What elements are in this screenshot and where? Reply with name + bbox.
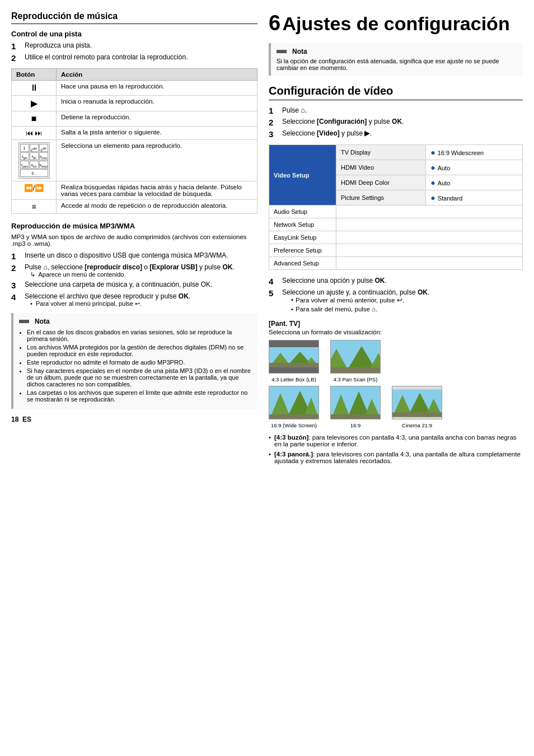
169-label: 16:9: [350, 422, 361, 428]
right-column: 6 Ajustes de configuración Nota Si la op…: [269, 11, 523, 745]
ps-scene: [330, 340, 381, 374]
bullet-ps: • [4:3 panorá.]: para televisores con pa…: [269, 451, 523, 464]
mp3-step-3: 3 Seleccione una carpeta de música y, a …: [11, 281, 257, 290]
table-row: ▶ Inicia o reanuda la reproducción.: [12, 96, 257, 111]
btn-skip: ⏮ ⏭: [12, 127, 57, 140]
video-config-title: Configuración de vídeo: [269, 85, 523, 100]
video-step-1: 1 Pulse ⌂.: [269, 106, 523, 115]
btn-search: ⏪/⏩: [12, 181, 57, 200]
bullet-lb: • [4:3 buzón]: para televisores con pant…: [269, 434, 523, 447]
setting-picture: Picture Settings: [336, 190, 426, 206]
chapter-header: 6 Ajustes de configuración: [269, 11, 523, 35]
video-steps: 1 Pulse ⌂. 2 Seleccione [Configuración] …: [269, 106, 523, 139]
btn-pause: ⏸: [12, 81, 57, 96]
btn-stop: ■: [12, 111, 57, 127]
menu-item-network[interactable]: Network Setup: [269, 218, 336, 231]
table-row: ⏪/⏩ Realiza búsquedas rápidas hacia atrá…: [12, 181, 257, 200]
table-row: ■ Detiene la reproducción.: [12, 111, 257, 127]
note-item: Este reproductor no admite el formato de…: [27, 359, 252, 366]
control-pista-title: Control de una pista: [11, 30, 257, 38]
note-header: Nota: [19, 318, 252, 325]
action-skip: Salta a la pista anterior o siguiente.: [57, 127, 257, 140]
aspect-lb: 4:3 Letter Box (LB): [269, 340, 319, 382]
setting-hdmi-video-val: ●Auto: [426, 160, 523, 175]
chapter-title: Ajustes de configuración: [282, 13, 509, 34]
action-repeat: Accede al modo de repetición o de reprod…: [57, 200, 257, 214]
aspect-ps: 4:3 Pan Scan (PS): [330, 340, 381, 382]
mp3-step-2: 2 Pulse ⌂, seleccione [reproducir disco]…: [11, 263, 257, 278]
table-row: 1 2abc 3def 4ghi 5jkl 6mno 7pqrs 8tuv 9w…: [12, 140, 257, 181]
setting-hdmi-video: HDMI Video: [336, 160, 426, 175]
action-play: Inicia o reanuda la reproducción.: [57, 96, 257, 111]
step-2: 2 Utilice el control remoto para control…: [11, 53, 257, 63]
aspect-169: 16:9: [330, 386, 381, 428]
sub-bullet-home: • Para salir del menú, pulse ⌂.: [282, 306, 429, 312]
note-item: En el caso de los discos grabados en var…: [27, 329, 252, 342]
mp3-intro: MP3 y WMA son tipos de archivo de audio …: [11, 234, 257, 247]
menu-item-preference[interactable]: Preference Setup: [269, 244, 336, 257]
control-table: Botón Acción ⏸ Hace una pausa en la repr…: [11, 68, 257, 214]
cinema-label: Cinema 21:9: [402, 422, 432, 428]
note-icon: [19, 320, 29, 323]
ps-label: 4:3 Pan Scan (PS): [334, 376, 378, 382]
note-label: Nota: [35, 318, 50, 325]
table-row: ≡ Accede al modo de repetición o de repr…: [12, 200, 257, 214]
aspect-images-row2: 16:9 (Wide Screen) 16:9: [269, 386, 523, 428]
sub-bullet-back: • Para volver al menú anterior, pulse ↩.: [282, 296, 429, 304]
menu-row-preference: Preference Setup: [269, 244, 523, 257]
169-scene: [331, 386, 381, 419]
mp3-note-box: Nota En el caso de los discos grabados e…: [11, 313, 257, 409]
right-note-label: Nota: [292, 48, 307, 55]
btn-repeat: ≡: [12, 200, 57, 214]
col-button: Botón: [12, 69, 57, 81]
note-icon: [277, 50, 287, 53]
menu-item-audio[interactable]: Audio Setup: [269, 206, 336, 218]
ws-label: 16:9 (Wide Screen): [271, 422, 317, 428]
menu-item-advanced[interactable]: Advanced Setup: [269, 257, 336, 270]
pant-tv-bullets: • [4:3 buzón]: para televisores con pant…: [269, 434, 523, 464]
mp3-section-title: Reproducción de música MP3/WMA: [11, 222, 257, 230]
menu-row-video: Video Setup TV Display ●16:9 Widescreen: [269, 145, 523, 160]
note-list: En el caso de los discos grabados en var…: [19, 329, 252, 403]
setting-tv-display-val: ●16:9 Widescreen: [426, 145, 523, 160]
right-note-text: Si la opción de configuración está atenu…: [277, 58, 517, 71]
menu-row-audio: Audio Setup: [269, 206, 523, 218]
right-note-header: Nota: [277, 48, 517, 55]
menu-item-easylink[interactable]: EasyLink Setup: [269, 231, 336, 244]
music-section-title: Reproducción de música: [11, 11, 257, 24]
svg-rect-19: [331, 414, 381, 419]
action-pause: Hace una pausa en la reproducción.: [57, 81, 257, 96]
svg-rect-9: [330, 367, 381, 374]
menu-item-video[interactable]: Video Setup: [269, 145, 336, 206]
aspect-cinema: Cinema 21:9: [392, 386, 442, 428]
after-step-4: 4 Seleccione una opción y pulse OK.: [269, 277, 523, 286]
cinema-scene: [392, 386, 442, 419]
svg-rect-24: [392, 412, 442, 417]
note-item: Si hay caracteres especiales en el nombr…: [27, 367, 252, 388]
table-row: ⏸ Hace una pausa en la reproducción.: [12, 81, 257, 96]
menu-row-advanced: Advanced Setup: [269, 257, 523, 270]
setting-tv-display: TV Display: [336, 145, 426, 160]
mp3-step2-sub: ↳ Aparece un menú de contenido.: [25, 271, 235, 278]
menu-row-easylink: EasyLink Setup: [269, 231, 523, 244]
action-search: Realiza búsquedas rápidas hacia atrás y …: [57, 181, 257, 200]
after-steps: 4 Seleccione una opción y pulse OK. 5 Se…: [269, 277, 523, 314]
svg-rect-14: [269, 414, 319, 419]
pant-tv-desc: Selecciona un formato de visualización:: [269, 329, 523, 335]
action-keypad: Selecciona un elemento para reproducirlo…: [57, 140, 257, 181]
mp3-steps: 1 Inserte un disco o dispositivo USB que…: [11, 251, 257, 307]
after-step-5: 5 Seleccione un ajuste y, a continuación…: [269, 288, 523, 314]
step-1: 1 Reproduzca una pista.: [11, 41, 257, 51]
action-stop: Detiene la reproducción.: [57, 111, 257, 127]
lb-scene: [269, 347, 319, 367]
right-note-box: Nota Si la opción de configuración está …: [269, 43, 523, 76]
note-item: Las carpetas o los archivos que superen …: [27, 389, 252, 403]
control-steps: 1 Reproduzca una pista. 2 Utilice el con…: [11, 41, 257, 63]
pant-tv-header: [Pant. TV]: [269, 320, 523, 328]
setting-hdmi-deep-val: ●Auto: [426, 175, 523, 190]
svg-rect-4: [269, 363, 319, 367]
setting-hdmi-deep: HDMI Deep Color: [336, 175, 426, 190]
table-row: ⏮ ⏭ Salta a la pista anterior o siguient…: [12, 127, 257, 140]
mp3-step-1: 1 Inserte un disco o dispositivo USB que…: [11, 251, 257, 261]
mp3-step-4: 4 Seleccione el archivo que desee reprod…: [11, 292, 257, 307]
